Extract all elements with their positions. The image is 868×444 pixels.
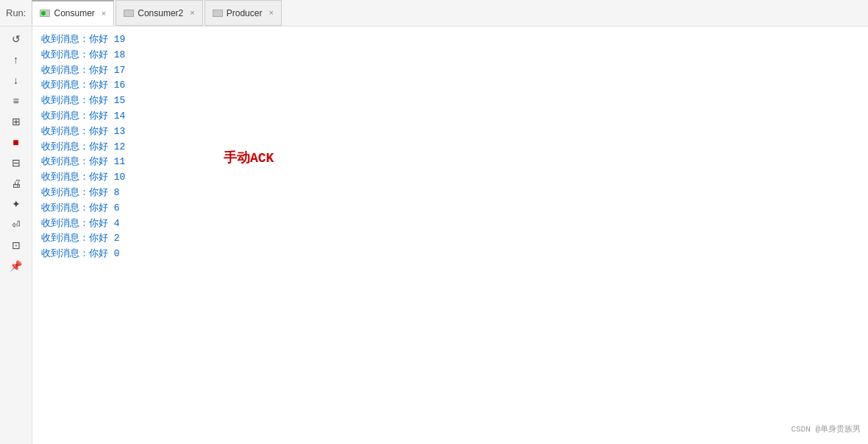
- log-line-7: 收到消息：你好 12: [41, 140, 859, 155]
- log-line-1: 收到消息：你好 2: [41, 231, 859, 247]
- grid-button[interactable]: ⊡: [5, 236, 27, 255]
- stop-button[interactable]: ■: [5, 133, 27, 152]
- log-line-11: 收到消息：你好 16: [41, 78, 859, 94]
- log-line-9: 收到消息：你好 14: [41, 109, 859, 124]
- console-panel: 收到消息：你好 19收到消息：你好 18收到消息：你好 17收到消息：你好 16…: [32, 27, 868, 444]
- layout-button[interactable]: ⊞: [5, 112, 27, 131]
- tab-icon-consumer2: [124, 10, 134, 17]
- print-button[interactable]: 🖨: [5, 174, 27, 193]
- tab-icon-consumer: [40, 10, 50, 17]
- watermark: CSDN @单身贵族男: [791, 423, 861, 437]
- tab-icon-producer: [213, 10, 223, 17]
- tab-consumer2[interactable]: Consumer2×: [115, 0, 202, 26]
- log-line-13: 收到消息：你好 18: [41, 48, 859, 63]
- sidebar: ↺↑↓≡⊞■⊟🖨✦⏎⊡📌: [0, 27, 32, 444]
- scroll-down-button[interactable]: ↓: [5, 71, 27, 90]
- tab-consumer[interactable]: Consumer×: [32, 0, 114, 26]
- tab-producer[interactable]: Producer×: [204, 0, 282, 26]
- wrap-button[interactable]: ≡: [5, 91, 27, 110]
- log-line-3: 收到消息：你好 6: [41, 201, 859, 216]
- log-line-14: 收到消息：你好 19: [41, 32, 859, 48]
- restore-button[interactable]: ⏎: [5, 215, 27, 234]
- log-line-0: 收到消息：你好 0: [41, 247, 859, 262]
- main-area: ↺↑↓≡⊞■⊟🖨✦⏎⊡📌 收到消息：你好 19收到消息：你好 18收到消息：你好…: [0, 27, 868, 444]
- tabs-container: Consumer×Consumer2×Producer×: [32, 0, 282, 26]
- console-content: 收到消息：你好 19收到消息：你好 18收到消息：你好 17收到消息：你好 16…: [32, 27, 868, 444]
- log-line-4: 收到消息：你好 8: [41, 186, 859, 201]
- log-line-10: 收到消息：你好 15: [41, 94, 859, 109]
- log-line-6: 收到消息：你好 11: [41, 155, 859, 170]
- pin2-button[interactable]: 📌: [5, 256, 27, 275]
- run-bar: Run: Consumer×Consumer2×Producer×: [0, 0, 868, 27]
- log-line-12: 收到消息：你好 17: [41, 63, 859, 79]
- tab-close-consumer[interactable]: ×: [102, 10, 106, 18]
- rerun-button[interactable]: ↺: [5, 29, 27, 49]
- tab-label-consumer2: Consumer2: [138, 8, 183, 18]
- pin-button[interactable]: ⊟: [5, 153, 27, 172]
- tab-label-consumer: Consumer: [54, 8, 94, 18]
- tab-label-producer: Producer: [227, 8, 263, 18]
- log-line-2: 收到消息：你好 4: [41, 216, 859, 232]
- run-label: Run:: [6, 7, 26, 18]
- tab-close-producer[interactable]: ×: [268, 9, 273, 17]
- log-line-5: 收到消息：你好 10: [41, 170, 859, 186]
- log-line-8: 收到消息：你好 13: [41, 124, 859, 140]
- star-button[interactable]: ✦: [5, 194, 27, 214]
- scroll-up-button[interactable]: ↑: [5, 50, 27, 69]
- tab-close-consumer2[interactable]: ×: [190, 9, 194, 17]
- annotation-text: 手动ACK: [224, 148, 274, 169]
